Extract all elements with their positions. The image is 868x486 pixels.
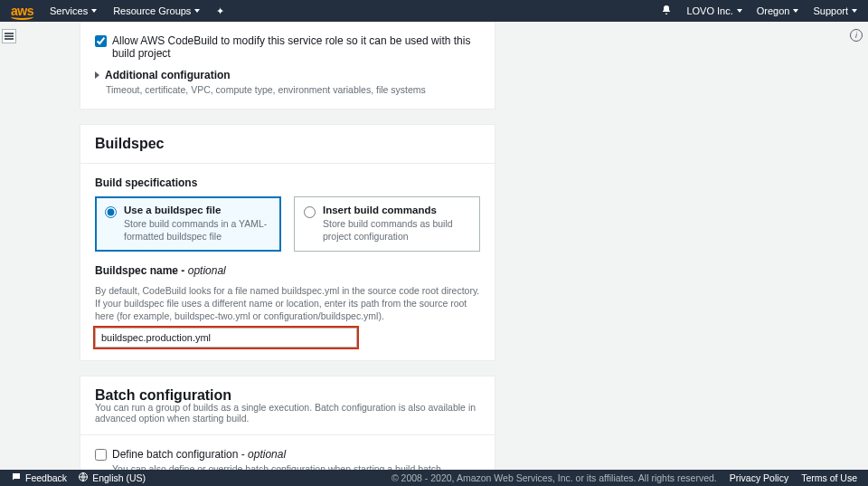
- buildspec-option-commands-desc: Store build commands as build project co…: [323, 217, 470, 243]
- buildspec-name-input[interactable]: [95, 328, 357, 348]
- chevron-down-icon: [737, 9, 742, 13]
- support-menu[interactable]: Support: [813, 5, 857, 16]
- footer-copyright: © 2008 - 2020, Amazon Web Services, Inc.…: [392, 472, 717, 483]
- buildspec-name-desc: By default, CodeBuild looks for a file n…: [95, 284, 480, 323]
- region-menu[interactable]: Oregon: [757, 5, 799, 16]
- chevron-down-icon: [194, 9, 200, 13]
- comment-icon: [11, 472, 22, 484]
- chevron-down-icon: [793, 9, 798, 13]
- env-additional-config-toggle[interactable]: Additional configuration: [95, 69, 480, 81]
- env-additional-config-desc: Timeout, certificate, VPC, compute type,…: [106, 83, 480, 96]
- chevron-down-icon: [852, 9, 857, 13]
- language-selector[interactable]: English (US): [78, 472, 146, 484]
- buildspec-option-commands-title: Insert build commands: [323, 205, 470, 215]
- buildspec-name-label: Buildspec name - optional: [95, 264, 480, 277]
- batch-desc: You can run a group of builds as a singl…: [80, 402, 495, 435]
- terms-link[interactable]: Terms of Use: [801, 472, 857, 483]
- buildspec-option-file-title: Use a buildspec file: [124, 205, 271, 215]
- hamburger-icon: [5, 35, 14, 37]
- buildspec-option-commands-radio[interactable]: [304, 206, 316, 218]
- sidebar-toggle[interactable]: [2, 29, 16, 43]
- resource-groups-label: Resource Groups: [113, 5, 191, 16]
- batch-define-label: Define batch configuration - optional: [112, 448, 444, 461]
- notifications-icon[interactable]: [661, 5, 672, 17]
- env-additional-config-label: Additional configuration: [105, 69, 231, 81]
- info-icon[interactable]: i: [850, 29, 863, 42]
- buildspec-option-file[interactable]: Use a buildspec file Store build command…: [95, 196, 281, 251]
- services-label: Services: [50, 5, 88, 16]
- buildspec-option-file-desc: Store build commands in a YAML-formatted…: [124, 217, 271, 243]
- account-label: LOVO Inc.: [686, 5, 732, 16]
- batch-define-checkbox[interactable]: [95, 449, 107, 461]
- buildspec-option-commands[interactable]: Insert build commands Store build comman…: [294, 196, 480, 251]
- services-menu[interactable]: Services: [50, 5, 97, 16]
- feedback-link[interactable]: Feedback: [11, 472, 67, 484]
- aws-logo[interactable]: aws: [11, 4, 33, 18]
- globe-icon: [78, 472, 89, 484]
- account-menu[interactable]: LOVO Inc.: [686, 5, 741, 16]
- support-label: Support: [813, 5, 848, 16]
- build-spec-label: Build specifications: [95, 176, 480, 189]
- buildspec-heading: Buildspec: [80, 125, 495, 164]
- privacy-link[interactable]: Privacy Policy: [730, 472, 788, 483]
- pin-icon[interactable]: ✦: [216, 5, 224, 17]
- allow-modify-role-checkbox[interactable]: [95, 35, 107, 47]
- buildspec-option-file-radio[interactable]: [105, 206, 117, 218]
- chevron-right-icon: [95, 71, 99, 79]
- allow-modify-role-label: Allow AWS CodeBuild to modify this servi…: [112, 34, 480, 60]
- chevron-down-icon: [91, 9, 97, 13]
- resource-groups-menu[interactable]: Resource Groups: [113, 5, 200, 16]
- region-label: Oregon: [757, 5, 790, 16]
